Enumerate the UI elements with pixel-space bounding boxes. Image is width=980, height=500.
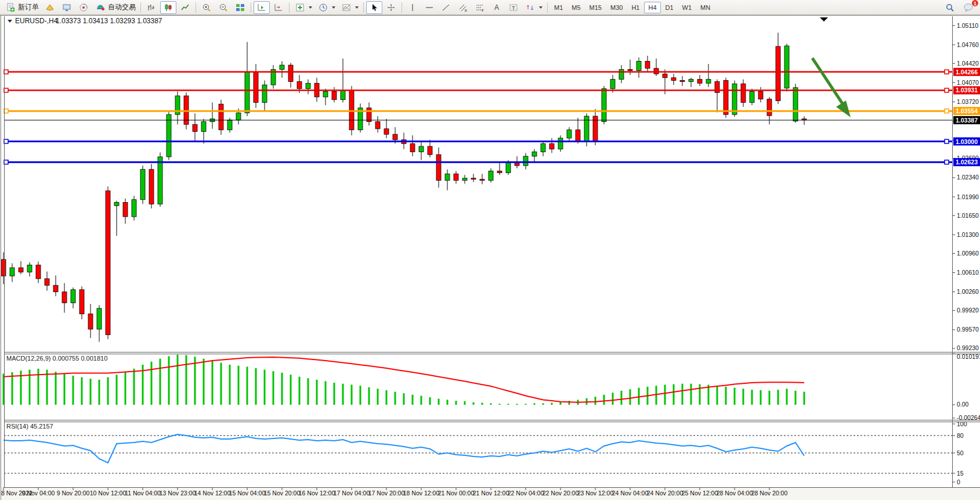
periods-button[interactable]	[315, 1, 338, 14]
equidistant-channel-icon: E	[457, 2, 469, 13]
price-axis-tick: 0.99570	[957, 326, 979, 333]
fibonacci-icon: F	[474, 2, 486, 13]
autotrading-button[interactable]: 自动交易	[92, 1, 138, 14]
timeframe-button-m15[interactable]: M15	[585, 2, 606, 13]
svg-text:E: E	[465, 9, 467, 12]
text-tool-button[interactable]: A	[489, 1, 505, 14]
timeframe-button-m5[interactable]: M5	[567, 2, 584, 13]
chart-canvas[interactable]: 1.051101.047601.044201.040701.037201.033…	[0, 15, 980, 500]
date-axis-label: 9 Nov 20:00	[57, 490, 90, 497]
rsi-axis-tick: 15	[957, 470, 964, 477]
auto-scroll-button[interactable]	[254, 1, 270, 14]
svg-text:A: A	[494, 3, 499, 12]
line-chart-icon	[179, 2, 191, 13]
price-axis-tick: 1.04760	[957, 41, 979, 48]
svg-text:F: F	[482, 9, 484, 12]
vertical-line-tool-button[interactable]	[404, 1, 421, 14]
chart-window[interactable]: 1.051101.047601.044201.040701.037201.033…	[0, 15, 980, 500]
date-axis-label: 17 Nov 04:00	[334, 490, 370, 497]
price-axis-tick: 1.04070	[957, 79, 979, 86]
notification-count-badge: 1	[971, 0, 979, 7]
price-axis-tick: 1.01650	[957, 212, 979, 219]
timeframe-button-mn[interactable]: MN	[696, 2, 714, 13]
price-axis-tick: 1.05110	[957, 22, 978, 29]
date-axis-label: 28 Nov 04:00	[717, 490, 753, 497]
metaeditor-button[interactable]	[42, 1, 58, 14]
channel-tool-button[interactable]: E	[455, 1, 471, 14]
toolbar-separator	[196, 2, 196, 13]
trendline-icon	[440, 2, 452, 13]
price-level-badge: 1.03554	[956, 107, 978, 114]
new-order-label: 新订单	[18, 2, 39, 12]
fibonacci-tool-button[interactable]: F	[472, 1, 488, 14]
price-level-badge: 1.03000	[956, 138, 978, 145]
date-axis-label: 18 Nov 12:00	[403, 490, 440, 497]
label-tool-button[interactable]: T	[505, 1, 522, 14]
chart-shift-button[interactable]	[270, 1, 287, 14]
toolbar-separator	[402, 2, 402, 13]
zoom-out-button[interactable]	[215, 1, 232, 14]
date-axis-label: 24 Nov 04:00	[612, 490, 649, 497]
line-chart-button[interactable]	[177, 1, 193, 14]
indicators-button[interactable]	[292, 1, 314, 14]
chart-background	[1, 15, 980, 487]
price-level-badge: 1.04266	[956, 69, 978, 75]
toolbar-separator	[251, 2, 251, 13]
auto-scroll-icon	[256, 2, 267, 13]
svg-text:T: T	[512, 5, 515, 10]
templates-button[interactable]	[338, 1, 361, 14]
price-axis-tick: 0.99230	[957, 344, 979, 351]
notifications-button[interactable]: 1	[960, 1, 977, 14]
crosshair-button[interactable]	[383, 1, 399, 14]
date-axis-label: 17 Nov 20:00	[368, 490, 405, 497]
terminal-button[interactable]	[59, 1, 75, 14]
terminal-icon	[61, 2, 73, 13]
new-order-button[interactable]: 新订单	[2, 1, 41, 14]
tile-windows-button[interactable]	[232, 1, 248, 14]
price-axis-tick: 1.03720	[957, 98, 979, 105]
arrows-tool-button[interactable]	[522, 1, 545, 14]
new-order-icon	[5, 2, 16, 13]
date-axis-label: 28 Nov 20:00	[751, 490, 788, 497]
toolbar-separator	[289, 2, 290, 13]
timeframe-button-w1[interactable]: W1	[678, 2, 696, 13]
zoom-in-button[interactable]	[198, 1, 215, 14]
date-axis-label: 15 Nov 04:00	[229, 490, 266, 497]
signals-icon	[78, 2, 89, 13]
toolbar-separator	[140, 2, 141, 13]
arrows-tool-icon	[525, 2, 536, 13]
price-axis-tick: 1.00960	[957, 250, 979, 257]
price-axis-tick: 0.99920	[957, 307, 979, 314]
bar-chart-button[interactable]	[143, 1, 160, 14]
date-axis-label: 22 Nov 04:00	[508, 490, 544, 497]
date-axis-label: 13 Nov 23:00	[160, 490, 196, 497]
rsi-axis-tick: 0	[957, 479, 960, 485]
dropdown-caret-icon	[309, 6, 312, 9]
timeframe-button-h1[interactable]: H1	[627, 2, 643, 13]
trendline-tool-button[interactable]	[438, 1, 454, 14]
label-tool-icon: T	[508, 2, 519, 13]
price-level-badge: 1.03931	[956, 87, 978, 93]
cursor-button[interactable]	[366, 1, 382, 14]
crosshair-icon	[385, 2, 397, 13]
timeframe-button-d1[interactable]: D1	[661, 2, 678, 13]
autotrading-label: 自动交易	[108, 2, 136, 12]
toolbar-right-group: 1	[942, 1, 978, 14]
current-price-badge: 1.03387	[956, 117, 978, 124]
price-axis-tick: 1.00610	[957, 269, 979, 276]
bar-chart-icon	[146, 2, 157, 13]
date-axis-label: 22 Nov 20:00	[543, 490, 579, 497]
candlestick-chart-button[interactable]	[160, 1, 176, 14]
horizontal-line-tool-button[interactable]	[421, 1, 437, 14]
price-axis-tick: 1.04420	[957, 60, 979, 67]
timeframe-button-m30[interactable]: M30	[606, 2, 627, 13]
search-button[interactable]	[942, 1, 958, 14]
timeframe-button-m1[interactable]: M1	[550, 2, 567, 13]
signals-button[interactable]	[75, 1, 92, 14]
dropdown-caret-icon	[539, 6, 543, 9]
timeframe-button-h4[interactable]: H4	[644, 2, 660, 13]
dropdown-caret-icon	[355, 6, 359, 9]
chart-title-symbol: EURUSD-,H4	[15, 17, 58, 25]
date-axis-label: 10 Nov 12:00	[90, 490, 126, 497]
toolbar-separator	[547, 2, 548, 13]
